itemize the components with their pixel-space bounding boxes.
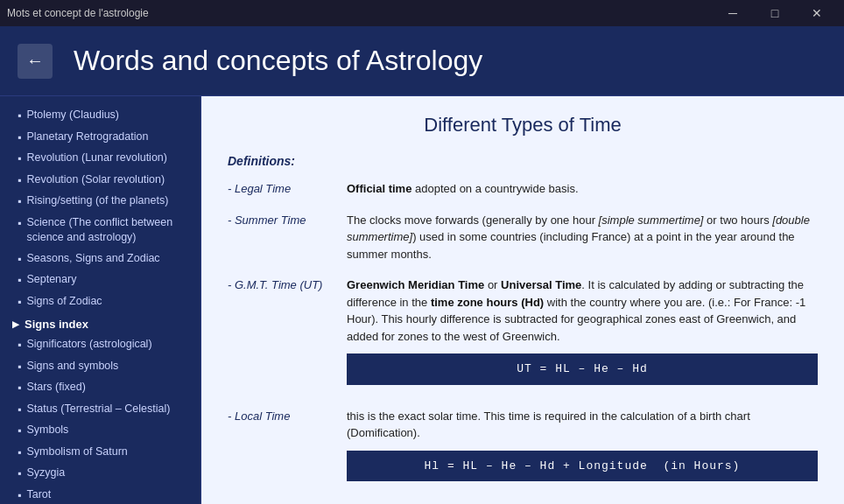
- definitions-label: Definitions:: [228, 154, 818, 168]
- app-title: Words and concepts of Astrology: [74, 45, 482, 77]
- body-summer-time: The clocks move forwards (generally by o…: [347, 212, 818, 263]
- sidebar-item-tarot[interactable]: ▪Tarot: [0, 485, 200, 505]
- term-legal-time: - Legal Time: [228, 180, 333, 195]
- sidebar-item-seasons[interactable]: ▪Seasons, Signs and Zodiac: [0, 248, 200, 270]
- def-summer-time: - Summer Time The clocks move forwards (…: [228, 212, 818, 263]
- def-legal-time: - Legal Time Official time adopted on a …: [228, 180, 818, 198]
- sidebar-item-symbolism-saturn[interactable]: ▪Symbolism of Saturn: [0, 442, 200, 464]
- back-button[interactable]: ←: [18, 44, 53, 79]
- term-summer-time: - Summer Time: [228, 212, 333, 227]
- sidebar-item-signs-symbols[interactable]: ▪Signs and symbols: [0, 356, 200, 378]
- signs-index-header[interactable]: ▶ Signs index: [0, 312, 200, 334]
- def-gmt-time: - G.M.T. Time (UT) Greenwich Meridian Ti…: [228, 276, 818, 394]
- content-title: Different Types of Time: [228, 114, 818, 136]
- title-bar-text: Mots et concept de l'astrologie: [7, 7, 149, 19]
- sidebar-item-rising[interactable]: ▪Rising/setting (of the planets): [0, 191, 200, 213]
- body-legal-time: Official time adopted on a countrywide b…: [347, 180, 818, 198]
- formula-hl: Hl = HL – He – Hd + Longitude (in Hours): [347, 451, 818, 482]
- sidebar-item-retrogradation[interactable]: ▪Planetary Retrogradation: [0, 127, 200, 149]
- sidebar-item-syzygia[interactable]: ▪Syzygia: [0, 463, 200, 485]
- sidebar-item-signs-zodiac[interactable]: ▪Signs of Zodiac: [0, 291, 200, 313]
- sidebar-item-septenary[interactable]: ▪Septenary: [0, 270, 200, 291]
- body-gmt-time: Greenwich Meridian Time or Universal Tim…: [347, 276, 818, 394]
- term-local-time: - Local Time: [228, 408, 333, 423]
- formula-ut: UT = HL – He – Hd: [347, 354, 818, 385]
- def-local-time: - Local Time this is the exact solar tim…: [228, 408, 818, 491]
- app-header: ← Words and concepts of Astrology: [0, 26, 844, 96]
- body-local-time: this is the exact solar time. This time …: [347, 408, 818, 491]
- maximize-button[interactable]: □: [755, 0, 795, 26]
- title-bar: Mots et concept de l'astrologie ─ □ ✕: [0, 0, 844, 26]
- sidebar-item-status[interactable]: ▪Status (Terrestrial – Celestial): [0, 399, 200, 421]
- sidebar-item-stars-fixed[interactable]: ▪Stars (fixed): [0, 377, 200, 399]
- title-bar-controls: ─ □ ✕: [713, 0, 837, 26]
- main-layout: ▪Ptolemy (Claudius) ▪Planetary Retrograd…: [0, 96, 844, 504]
- sidebar-item-science[interactable]: ▪Science (The conflict between science a…: [0, 213, 200, 248]
- content-area: Different Types of Time Definitions: - L…: [201, 96, 844, 504]
- sidebar-item-ptolemy[interactable]: ▪Ptolemy (Claudius): [0, 105, 200, 127]
- close-button[interactable]: ✕: [797, 0, 837, 26]
- triangle-icon: ▶: [12, 319, 19, 329]
- sidebar-item-symbols[interactable]: ▪Symbols: [0, 420, 200, 442]
- sidebar-item-revolution-solar[interactable]: ▪Revolution (Solar revolution): [0, 170, 200, 192]
- term-gmt-time: - G.M.T. Time (UT): [228, 276, 333, 291]
- sidebar-item-revolution-lunar[interactable]: ▪Revolution (Lunar revolution): [0, 148, 200, 170]
- sidebar: ▪Ptolemy (Claudius) ▪Planetary Retrograd…: [0, 96, 201, 504]
- minimize-button[interactable]: ─: [713, 0, 753, 26]
- sidebar-item-significators[interactable]: ▪Significators (astrological): [0, 334, 200, 356]
